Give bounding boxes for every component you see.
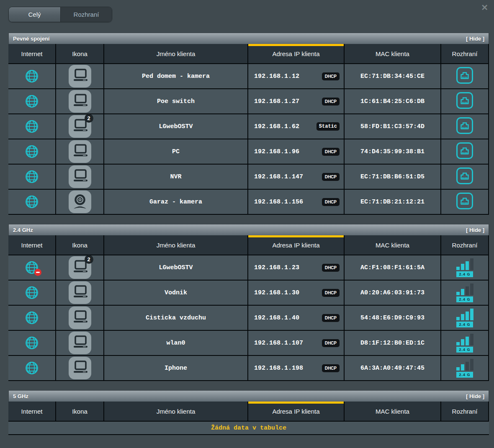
column-header-5[interactable]: Rozhraní: [441, 44, 488, 63]
column-header-1[interactable]: Ikona: [56, 235, 103, 255]
empty-table-row: Žádná data v tabulce: [8, 422, 489, 434]
signal-bar: [466, 337, 469, 345]
internet-cell: [8, 190, 55, 214]
ip-cell: 192.168.1.27DHCP: [248, 89, 344, 113]
column-header-0[interactable]: Internet: [8, 44, 55, 63]
client-mac: AC:F1:08:F1:61:5A: [360, 264, 425, 271]
name-cell: Vodnik: [104, 281, 247, 305]
signal-bar: [461, 339, 464, 345]
client-ip: 192.168.1.198: [254, 365, 303, 372]
interface-cell: [441, 64, 488, 88]
client-row[interactable]: wlan0192.168.1.107DHCPD8:1F:12:B0:ED:1C2…: [8, 331, 489, 355]
client-name: Cisticka vzduchu: [146, 314, 206, 322]
column-header-3[interactable]: Adresa IP klienta: [248, 44, 344, 63]
signal-bar: [466, 312, 469, 320]
ethernet-icon: [456, 142, 473, 161]
signal-bar: [470, 258, 473, 270]
client-list-panel: ✕ Celý Rozhraní Pevné spojení[ Hide ]Int…: [0, 0, 489, 435]
column-header-2[interactable]: Jméno klienta: [104, 235, 247, 255]
column-header-4[interactable]: MAC klienta: [345, 44, 440, 63]
tab-cely[interactable]: Celý: [9, 7, 60, 22]
column-header-5[interactable]: Rozhraní: [441, 402, 488, 421]
column-header-3[interactable]: Adresa IP klienta: [248, 402, 344, 421]
icon-cell: [56, 64, 103, 88]
client-ip: 192.168.1.62: [254, 123, 299, 130]
interface-cell: 2.4 G: [441, 331, 488, 355]
client-name: PC: [172, 148, 180, 155]
client-row[interactable]: Garaz - kamera192.168.1.156DHCPEC:71:DB:…: [8, 190, 489, 214]
client-row[interactable]: Iphone192.168.1.198DHCP6A:3A:A0:49:47:45…: [8, 356, 489, 380]
client-row[interactable]: 2LGwebOSTV192.168.1.62Static58:FD:B1:C3:…: [8, 114, 489, 139]
ip-mode-badge: DHCP: [322, 148, 340, 156]
column-header-4[interactable]: MAC klienta: [345, 235, 440, 255]
client-count-badge: 2: [85, 114, 93, 123]
wifi-signal-icon: 2.4 G: [456, 334, 473, 353]
column-header-0[interactable]: Internet: [8, 402, 55, 421]
client-ip: 192.168.1.12: [254, 73, 299, 80]
internet-globe-icon: [24, 285, 40, 301]
signal-bar: [470, 334, 473, 345]
signal-bar: [456, 267, 460, 270]
ip-cell: 192.168.1.30DHCP: [248, 281, 344, 305]
signal-bar: [456, 342, 460, 345]
client-row[interactable]: 2LGwebOSTV192.168.1.23DHCPAC:F1:08:F1:61…: [8, 255, 489, 280]
wifi-band-badge: 2.4 G: [456, 372, 473, 378]
internet-globe-icon: [24, 93, 40, 109]
device-icon-wrap: [69, 357, 91, 379]
internet-globe-icon: [24, 335, 40, 351]
laptop-icon: [69, 306, 91, 329]
client-mac: EC:71:DB:B6:51:D5: [360, 173, 425, 180]
close-icon[interactable]: ✕: [481, 3, 488, 12]
ip-cell: 192.168.1.198DHCP: [248, 356, 344, 380]
client-mac: 58:FD:B1:C3:57:4D: [360, 123, 425, 130]
column-header-1[interactable]: Ikona: [56, 402, 103, 421]
client-name: Poe switch: [157, 98, 195, 105]
client-row[interactable]: Ped domem - kamera192.168.1.12DHCPEC:71:…: [8, 64, 489, 88]
client-count-badge: 2: [85, 255, 93, 264]
column-header-1[interactable]: Ikona: [56, 44, 103, 63]
internet-globe-icon: [24, 118, 40, 134]
client-ip: 192.168.1.107: [254, 340, 303, 347]
client-row[interactable]: PC192.168.1.96DHCP74:D4:35:99:38:B1: [8, 139, 489, 164]
interface-cell: [441, 139, 488, 164]
name-cell: NVR: [104, 165, 247, 189]
laptop-icon: [69, 332, 91, 354]
ip-mode-badge: DHCP: [322, 339, 340, 347]
client-ip: 192.168.1.96: [254, 148, 299, 155]
device-icon-wrap: [69, 332, 91, 354]
signal-bar: [461, 364, 464, 371]
ip-cell: 192.168.1.62Static: [248, 114, 344, 139]
column-header-2[interactable]: Jméno klienta: [104, 402, 247, 421]
client-ip: 192.168.1.40: [254, 314, 299, 322]
ip-mode-badge: DHCP: [322, 264, 340, 272]
client-mac: 6A:3A:A0:49:47:45: [360, 365, 425, 372]
column-header-3[interactable]: Adresa IP klienta: [248, 235, 344, 255]
section-wifi-5ghz: 5 GHz[ Hide ]InternetIkonaJméno klientaA…: [8, 390, 489, 435]
client-row[interactable]: NVR192.168.1.147DHCPEC:71:DB:B6:51:D5: [8, 165, 489, 189]
hide-link[interactable]: [ Hide ]: [466, 393, 484, 399]
section-header-wifi-24ghz: 2.4 GHz[ Hide ]: [8, 224, 489, 235]
tab-rozhrani[interactable]: Rozhraní: [60, 7, 112, 22]
client-row[interactable]: Cisticka vzduchu192.168.1.40DHCP54:48:E6…: [8, 306, 489, 330]
column-header-5[interactable]: Rozhraní: [441, 235, 488, 255]
column-header-4[interactable]: MAC klienta: [345, 402, 440, 421]
ethernet-icon: [456, 167, 473, 186]
client-mac: 74:D4:35:99:38:B1: [360, 148, 425, 155]
hide-link[interactable]: [ Hide ]: [466, 36, 484, 42]
section-header-wired: Pevné spojení[ Hide ]: [8, 33, 489, 44]
device-icon-wrap: [69, 306, 91, 329]
client-row[interactable]: Vodnik192.168.1.30DHCPA0:20:A6:03:91:732…: [8, 281, 489, 305]
signal-bar: [461, 289, 464, 295]
signal-bars: [456, 283, 473, 295]
name-cell: Garaz - kamera: [104, 190, 247, 214]
ip-cell: 192.168.1.12DHCP: [248, 64, 344, 88]
internet-globe-icon: [24, 310, 40, 326]
minus-icon: [36, 272, 40, 273]
client-row[interactable]: Poe switch192.168.1.27DHCP1C:61:B4:25:C6…: [8, 89, 489, 113]
hide-link[interactable]: [ Hide ]: [466, 227, 484, 233]
laptop-icon: [69, 165, 91, 188]
icon-cell: 2: [56, 114, 103, 139]
internet-globe-icon: [24, 169, 40, 185]
column-header-2[interactable]: Jméno klienta: [104, 44, 247, 63]
column-header-0[interactable]: Internet: [8, 235, 55, 255]
